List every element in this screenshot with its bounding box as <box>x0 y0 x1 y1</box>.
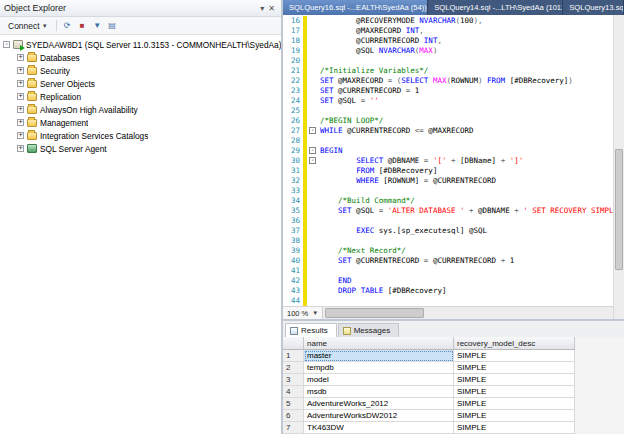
collapse-icon[interactable]: - <box>309 127 316 134</box>
row-number-cell[interactable]: 2 <box>283 362 304 374</box>
cell-recovery-model-desc[interactable]: SIMPLE <box>454 398 575 410</box>
fold-margin <box>307 76 318 86</box>
server-node-label: SYEDAAW8D1 (SQL Server 11.0.3153 - COMMO… <box>23 40 281 50</box>
cell-recovery-model-desc[interactable]: SIMPLE <box>454 350 575 362</box>
code-token: @CURRENTRECORD <box>428 176 496 185</box>
expand-icon[interactable]: + <box>17 80 24 87</box>
toolbar-divider <box>56 20 57 31</box>
server-icon <box>13 40 23 49</box>
cell-recovery-model-desc[interactable]: SIMPLE <box>454 374 575 386</box>
code-editor[interactable]: 16 @RECOVERYMODE NVARCHAR(100),17 @MAXRE… <box>283 15 613 319</box>
row-number-cell[interactable]: 7 <box>283 422 304 434</box>
document-tab[interactable]: SQLQuery16.sql -...EALTH\SyedAa (54))*✕ <box>283 0 428 15</box>
stop-icon[interactable]: ■ <box>76 19 89 32</box>
document-area: SQLQuery16.sql -...EALTH\SyedAa (54))*✕S… <box>283 0 624 434</box>
cell-name[interactable]: TK463DW <box>304 422 454 434</box>
expand-icon[interactable]: + <box>17 106 24 113</box>
table-row: 5AdventureWorks_2012SIMPLE <box>283 398 624 410</box>
tree-node[interactable]: +SQL Server Agent <box>3 142 281 155</box>
collapse-icon[interactable]: - <box>309 157 316 164</box>
code-line: 44 <box>283 296 613 306</box>
tree-node-label: AlwaysOn High Availability <box>37 105 138 115</box>
code-lines: 16 @RECOVERYMODE NVARCHAR(100),17 @MAXRE… <box>283 15 613 306</box>
collapse-icon[interactable]: - <box>3 41 10 48</box>
cell-recovery-model-desc[interactable]: SIMPLE <box>454 386 575 398</box>
tree-node[interactable]: +Security <box>3 64 281 77</box>
grid-corner-header[interactable] <box>283 337 304 350</box>
expand-icon[interactable]: + <box>17 132 24 139</box>
code-text: FROM [#DBRecovery] <box>318 166 613 176</box>
zoom-selector[interactable]: 100 % ▼ <box>283 307 323 319</box>
tree-node[interactable]: +Integration Services Catalogs <box>3 129 281 142</box>
code-line: 29-BEGIN <box>283 146 613 156</box>
row-number-cell[interactable]: 3 <box>283 374 304 386</box>
code-token: @CURRENTRECORD <box>334 86 406 95</box>
tree-node[interactable]: +Server Objects <box>3 77 281 90</box>
cell-name[interactable]: msdb <box>304 386 454 398</box>
column-header-name[interactable]: name <box>304 337 454 350</box>
tree-node[interactable]: +Management <box>3 116 281 129</box>
tree-node-server[interactable]: - SYEDAAW8D1 (SQL Server 11.0.3153 - COM… <box>3 38 281 51</box>
fold-margin <box>307 136 318 146</box>
fold-margin <box>307 216 318 226</box>
tree-node[interactable]: +AlwaysOn High Availability <box>3 103 281 116</box>
results-grid: namerecovery_model_desc1masterSIMPLE2tem… <box>283 337 624 434</box>
row-number-cell[interactable]: 4 <box>283 386 304 398</box>
document-tab[interactable]: SQLQuery14.sql -...LTH\SyedAa (1012))* <box>428 0 563 15</box>
expand-icon[interactable]: + <box>17 145 24 152</box>
code-token: @RECOVERYMODE <box>320 16 419 25</box>
tab-messages[interactable]: Messages <box>338 323 399 337</box>
refresh-icon[interactable]: ⟳ <box>61 19 74 32</box>
tab-results[interactable]: Results <box>285 323 337 337</box>
connect-button[interactable]: Connect ▼ <box>4 19 52 33</box>
code-token: END <box>338 276 352 285</box>
tree-node[interactable]: +Databases <box>3 51 281 64</box>
properties-icon[interactable]: ▤ <box>106 19 119 32</box>
cell-name[interactable]: AdventureWorksDW2012 <box>304 410 454 422</box>
code-text: @RECOVERYMODE NVARCHAR(100), <box>318 16 613 26</box>
expand-icon[interactable]: + <box>17 54 24 61</box>
cell-recovery-model-desc[interactable]: SIMPLE <box>454 410 575 422</box>
line-number: 42 <box>283 276 303 286</box>
object-explorer-title: Object Explorer <box>4 3 66 13</box>
filter-icon[interactable]: ▼ <box>91 19 104 32</box>
fold-margin <box>307 226 318 236</box>
fold-margin <box>307 266 318 276</box>
cell-name[interactable]: tempdb <box>304 362 454 374</box>
code-token <box>320 256 338 265</box>
cell-name[interactable]: master <box>304 350 454 362</box>
code-text: @CURRENTRECORD INT, <box>318 36 613 46</box>
code-token <box>320 276 338 285</box>
vertical-scrollbar[interactable] <box>613 15 624 319</box>
horizontal-scrollbar[interactable] <box>323 307 613 319</box>
row-number-cell[interactable]: 6 <box>283 410 304 422</box>
expand-icon[interactable]: + <box>17 93 24 100</box>
tree-node[interactable]: +Replication <box>3 90 281 103</box>
vertical-scrollbar-thumb[interactable] <box>615 149 623 271</box>
horizontal-scrollbar-thumb[interactable] <box>325 308 424 318</box>
column-header-recovery-model-desc[interactable]: recovery_model_desc <box>454 337 575 350</box>
window-position-icon[interactable]: ▾ <box>258 4 266 13</box>
line-number: 34 <box>283 196 303 206</box>
code-text <box>318 266 613 276</box>
code-token: '' <box>370 96 379 105</box>
code-token: [#DBRecovery] <box>374 166 437 175</box>
close-icon[interactable]: ✕ <box>266 4 277 13</box>
code-token: INT <box>424 36 438 45</box>
cell-name[interactable]: AdventureWorks_2012 <box>304 398 454 410</box>
expand-icon[interactable]: + <box>17 67 24 74</box>
code-line: 18 @CURRENTRECORD INT, <box>283 36 613 46</box>
row-number-cell[interactable]: 5 <box>283 398 304 410</box>
tree-node-label: Security <box>37 66 70 76</box>
cell-name[interactable]: model <box>304 374 454 386</box>
row-number-cell[interactable]: 1 <box>283 350 304 362</box>
code-line: 40 SET @CURRENTRECORD = @CURRENTRECORD +… <box>283 256 613 266</box>
collapse-icon[interactable]: - <box>309 147 316 154</box>
line-number: 27 <box>283 126 303 136</box>
cell-recovery-model-desc[interactable]: SIMPLE <box>454 362 575 374</box>
expand-icon[interactable]: + <box>17 119 24 126</box>
code-token: 100 <box>460 16 474 25</box>
cell-recovery-model-desc[interactable]: SIMPLE <box>454 422 575 434</box>
code-text: WHERE [ROWNUM] = @CURRENTRECORD <box>318 176 613 186</box>
document-tab[interactable]: SQLQuery13.sq <box>563 0 624 15</box>
